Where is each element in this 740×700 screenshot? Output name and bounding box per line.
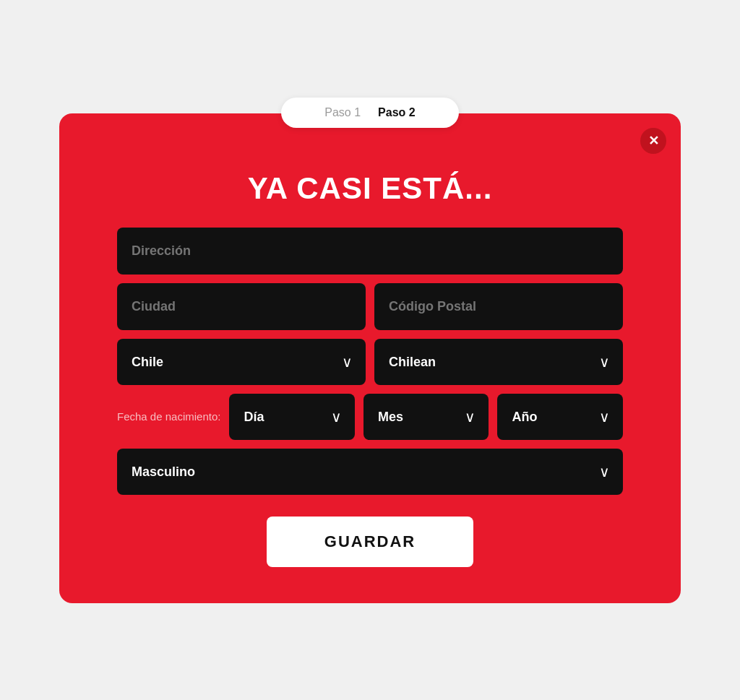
nationality-select[interactable]: Chilean Argentine Peruvian Colombian — [374, 339, 623, 385]
country-select-wrapper: Chile Argentina Perú Colombia México ∨ — [117, 339, 366, 385]
year-select[interactable]: Año 199019912000 — [497, 394, 623, 440]
birth-date-row: Fecha de nacimiento: Día 123 ∨ Mes Enero… — [117, 394, 623, 440]
city-input[interactable] — [117, 283, 366, 330]
close-button[interactable]: ✕ — [640, 128, 666, 154]
month-select[interactable]: Mes EneroFebreroMarzo — [363, 394, 489, 440]
country-nationality-row: Chile Argentina Perú Colombia México ∨ C… — [117, 339, 623, 385]
step-bar: Paso 1 Paso 2 — [281, 98, 458, 128]
gender-select[interactable]: Masculino Femenino Otro — [117, 449, 623, 495]
year-select-wrapper: Año 199019912000 ∨ — [497, 394, 623, 440]
day-select[interactable]: Día 123 — [229, 394, 355, 440]
step-1-label: Paso 1 — [324, 106, 361, 119]
city-postal-row — [117, 283, 623, 330]
month-select-wrapper: Mes EneroFebreroMarzo ∨ — [363, 394, 489, 440]
birth-label: Fecha de nacimiento: — [117, 409, 220, 424]
birth-selects: Día 123 ∨ Mes EneroFebreroMarzo ∨ — [229, 394, 623, 440]
modal-wrapper: Paso 1 Paso 2 ✕ YA CASI ESTÁ... Chile Ar… — [59, 98, 681, 603]
gender-select-wrapper: Masculino Femenino Otro ∨ — [117, 449, 623, 495]
postal-code-input[interactable] — [374, 283, 623, 330]
step-2-label: Paso 2 — [378, 106, 416, 119]
nationality-select-wrapper: Chilean Argentine Peruvian Colombian ∨ — [374, 339, 623, 385]
day-select-wrapper: Día 123 ∨ — [229, 394, 355, 440]
save-button[interactable]: GUARDAR — [267, 517, 473, 567]
address-input[interactable] — [117, 228, 623, 275]
country-select[interactable]: Chile Argentina Perú Colombia México — [117, 339, 366, 385]
modal-title: YA CASI ESTÁ... — [117, 171, 623, 206]
modal-card: ✕ YA CASI ESTÁ... Chile Argentina Perú C… — [59, 113, 681, 603]
form-section: Chile Argentina Perú Colombia México ∨ C… — [117, 228, 623, 495]
